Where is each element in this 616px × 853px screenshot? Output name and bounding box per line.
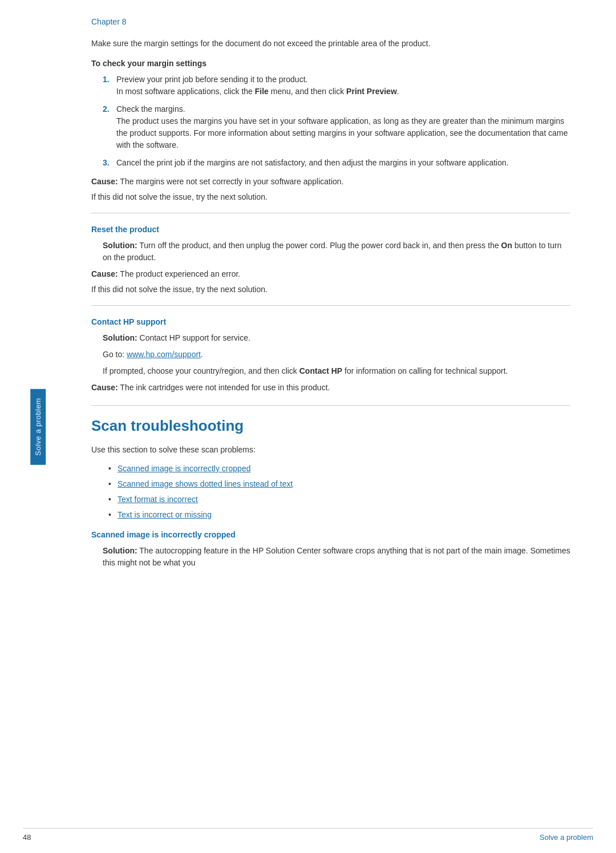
- scan-links-list: Scanned image is incorrectly cropped Sca…: [108, 463, 570, 521]
- step-text-1: Preview your print job before sending it…: [116, 75, 399, 96]
- contact-solution: Solution: Contact HP support for service…: [103, 332, 570, 344]
- reset-solution-text: Turn off the product, and then unplug th…: [103, 241, 561, 262]
- margin-step-3: 3. Cancel the print job if the margins a…: [103, 157, 570, 169]
- margin-cause: Cause: The margins were not set correctl…: [91, 176, 570, 188]
- scan-intro: Use this section to solve these scan pro…: [91, 444, 570, 456]
- contact-go-to: Go to: www.hp.com/support.: [103, 349, 570, 361]
- step-number-2: 2.: [103, 103, 110, 115]
- margin-steps-list: 1. Preview your print job before sending…: [103, 74, 570, 169]
- scan-link-item-1: Scanned image is incorrectly cropped: [108, 463, 570, 475]
- contact-solution-label: Solution:: [103, 333, 137, 342]
- scan-link-item-4: Text is incorrect or missing: [108, 509, 570, 521]
- scan-link-3[interactable]: Text format is incorrect: [117, 495, 198, 504]
- margin-section: To check your margin settings 1. Preview…: [91, 59, 570, 201]
- reset-section: Reset the product Solution: Turn off the…: [91, 225, 570, 294]
- cropped-solution-text: The autocropping feature in the HP Solut…: [103, 546, 570, 567]
- reset-solution-label: Solution:: [103, 241, 137, 250]
- step-text-2: Check the margins. The product uses the …: [116, 104, 568, 149]
- margin-cause-text: The margins were not set correctly in yo…: [120, 177, 343, 186]
- contact-cause-text: The ink cartridges were not intended for…: [120, 383, 330, 392]
- contact-cause-label: Cause:: [91, 383, 118, 392]
- scan-link-1[interactable]: Scanned image is incorrectly cropped: [117, 464, 250, 473]
- margin-step-1: 1. Preview your print job before sending…: [103, 74, 570, 98]
- cropped-solution-label: Solution:: [103, 546, 137, 555]
- scan-link-2[interactable]: Scanned image shows dotted lines instead…: [117, 479, 293, 488]
- contact-go-to-text: Go to:: [103, 350, 127, 359]
- contact-cause: Cause: The ink cartridges were not inten…: [91, 382, 570, 394]
- contact-section: Contact HP support Solution: Contact HP …: [91, 317, 570, 394]
- margin-heading: To check your margin settings: [91, 59, 570, 68]
- scan-link-4[interactable]: Text is incorrect or missing: [117, 510, 212, 519]
- scan-heading: Scan troubleshooting: [91, 417, 570, 435]
- scan-link-item-3: Text format is incorrect: [108, 494, 570, 506]
- contact-prompted: If prompted, choose your country/region,…: [103, 365, 570, 377]
- cropped-heading: Scanned image is incorrectly cropped: [91, 530, 570, 539]
- step-number-1: 1.: [103, 74, 110, 86]
- reset-heading: Reset the product: [91, 225, 570, 234]
- footer-page-number: 48: [23, 833, 31, 842]
- reset-solution: Solution: Turn off the product, and then…: [103, 240, 570, 264]
- scan-link-item-2: Scanned image shows dotted lines instead…: [108, 478, 570, 490]
- divider-1: [91, 213, 570, 213]
- cropped-solution: Solution: The autocropping feature in th…: [103, 545, 570, 569]
- step-text-3: Cancel the print job if the margins are …: [116, 158, 509, 167]
- scan-section: Scan troubleshooting Use this section to…: [91, 417, 570, 569]
- reset-next-solution: If this did not solve the issue, try the…: [91, 285, 570, 294]
- margin-next-solution: If this did not solve the issue, try the…: [91, 192, 570, 201]
- margin-cause-label: Cause:: [91, 177, 118, 186]
- divider-3: [91, 405, 570, 406]
- divider-2: [91, 305, 570, 306]
- reset-cause-label: Cause:: [91, 269, 118, 278]
- intro-paragraph: Make sure the margin settings for the do…: [91, 38, 570, 50]
- footer-label: Solve a problem: [540, 833, 593, 842]
- chapter-header: Chapter 8: [91, 17, 570, 26]
- step-number-3: 3.: [103, 157, 110, 169]
- reset-cause: Cause: The product experienced an error.: [91, 268, 570, 280]
- reset-cause-text: The product experienced an error.: [120, 269, 240, 278]
- contact-solution-text: Contact HP support for service.: [140, 333, 250, 342]
- contact-hp-link[interactable]: www.hp.com/support: [127, 350, 201, 359]
- footer: 48 Solve a problem: [23, 828, 593, 842]
- side-tab: Solve a problem: [30, 389, 46, 464]
- contact-heading: Contact HP support: [91, 317, 570, 326]
- margin-step-2: 2. Check the margins. The product uses t…: [103, 103, 570, 151]
